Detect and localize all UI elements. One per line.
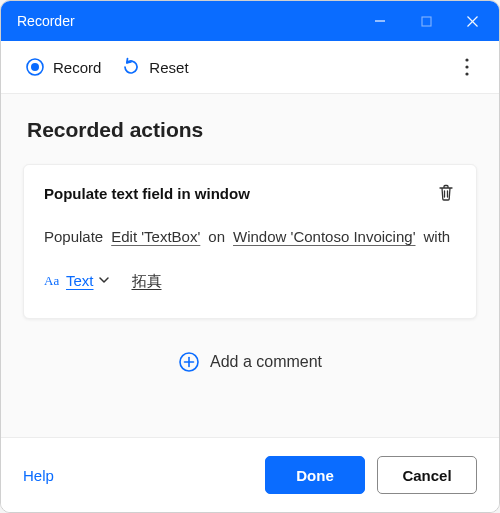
field-reference[interactable]: Edit 'TextBox' — [111, 221, 200, 253]
action-card: Populate text field in window Populate E… — [23, 164, 477, 319]
svg-text:Aa: Aa — [44, 273, 59, 288]
titlebar: Recorder — [1, 1, 499, 41]
window-reference[interactable]: Window 'Contoso Invoicing' — [233, 221, 415, 253]
cancel-button[interactable]: Cancel — [377, 456, 477, 494]
svg-point-6 — [465, 58, 468, 61]
minimize-icon — [374, 15, 386, 27]
value-type-label: Text — [66, 265, 94, 297]
reset-label: Reset — [149, 59, 188, 76]
action-header: Populate text field in window — [44, 183, 456, 203]
help-link[interactable]: Help — [23, 467, 54, 484]
reset-icon — [121, 57, 141, 77]
maximize-button[interactable] — [403, 1, 449, 41]
toolbar: Record Reset — [1, 41, 499, 94]
action-title: Populate text field in window — [44, 185, 436, 202]
close-button[interactable] — [449, 1, 495, 41]
more-button[interactable] — [449, 49, 485, 85]
reset-button[interactable]: Reset — [111, 51, 198, 83]
action-body: Populate Edit 'TextBox' on Window 'Conto… — [44, 221, 456, 296]
record-icon — [25, 57, 45, 77]
record-label: Record — [53, 59, 101, 76]
svg-point-7 — [465, 65, 468, 68]
content-area: Recorded actions Populate text field in … — [1, 94, 499, 437]
footer: Help Done Cancel — [1, 437, 499, 512]
svg-rect-1 — [422, 17, 431, 26]
delete-action-button[interactable] — [436, 183, 456, 203]
value-type-selector[interactable]: Aa Text — [44, 265, 112, 297]
word-with: with — [424, 221, 451, 253]
svg-point-5 — [31, 63, 39, 71]
svg-point-8 — [465, 72, 468, 75]
add-comment-button[interactable]: Add a comment — [23, 343, 477, 381]
close-icon — [466, 15, 479, 28]
cancel-label: Cancel — [402, 467, 451, 484]
section-heading: Recorded actions — [27, 118, 477, 142]
chevron-down-icon — [98, 274, 110, 286]
plus-circle-icon — [178, 351, 200, 373]
more-vertical-icon — [465, 58, 469, 76]
record-button[interactable]: Record — [15, 51, 111, 83]
recorder-window: Recorder Record Reset Recorded actions P… — [0, 0, 500, 513]
maximize-icon — [421, 16, 432, 27]
minimize-button[interactable] — [357, 1, 403, 41]
done-label: Done — [296, 467, 334, 484]
add-comment-label: Add a comment — [210, 353, 322, 371]
text-type-icon: Aa — [44, 272, 62, 288]
word-populate: Populate — [44, 221, 103, 253]
done-button[interactable]: Done — [265, 456, 365, 494]
window-title: Recorder — [17, 13, 357, 29]
action-value[interactable]: 拓真 — [132, 265, 162, 297]
trash-icon — [436, 183, 456, 203]
word-on: on — [208, 221, 225, 253]
